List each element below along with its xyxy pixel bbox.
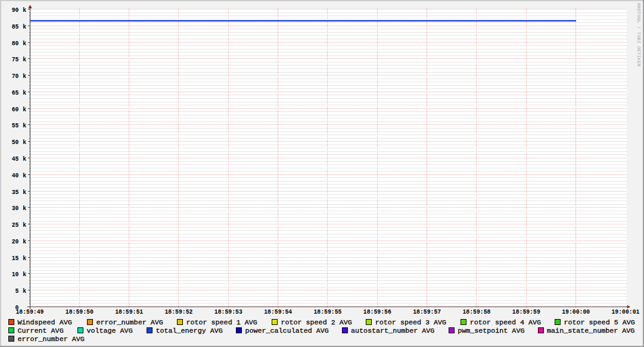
svg-text:18:59:53: 18:59:53 — [214, 308, 242, 315]
svg-text:error_number AVG: error_number AVG — [18, 335, 85, 343]
svg-text:55: 55 — [12, 122, 19, 129]
svg-text:18:59:49: 18:59:49 — [16, 308, 44, 315]
svg-text:15: 15 — [12, 255, 19, 262]
svg-text:k: k — [23, 172, 26, 179]
svg-text:75: 75 — [12, 56, 19, 63]
svg-text:power_calculated AVG: power_calculated AVG — [245, 327, 329, 335]
svg-text:30: 30 — [12, 205, 19, 212]
svg-text:k: k — [23, 287, 26, 295]
svg-text:voltage AVG: voltage AVG — [87, 327, 133, 335]
svg-text:k: k — [23, 255, 26, 262]
svg-text:total_energy AVG: total_energy AVG — [156, 327, 223, 335]
svg-text:19:00:00: 19:00:00 — [562, 308, 590, 315]
svg-text:rotor speed 3 AVG: rotor speed 3 AVG — [375, 318, 446, 327]
svg-text:18:59:50: 18:59:50 — [66, 308, 94, 315]
svg-text:k: k — [23, 23, 26, 30]
svg-text:k: k — [23, 205, 26, 212]
svg-text:18:59:57: 18:59:57 — [413, 308, 441, 315]
svg-text:k: k — [23, 155, 26, 162]
svg-text:rotor speed 5 AVG: rotor speed 5 AVG — [564, 318, 635, 327]
svg-text:80: 80 — [12, 40, 19, 47]
svg-text:error_number AVG: error_number AVG — [97, 318, 163, 327]
svg-text:60: 60 — [12, 106, 19, 113]
svg-text:k: k — [23, 139, 26, 146]
svg-text:90: 90 — [12, 7, 19, 14]
svg-text:rotor speed 4 AVG: rotor speed 4 AVG — [470, 318, 541, 327]
svg-text:5: 5 — [15, 287, 19, 295]
svg-text:k: k — [23, 89, 26, 96]
svg-text:18:59:58: 18:59:58 — [463, 308, 491, 315]
svg-text:65: 65 — [12, 89, 19, 96]
svg-text:RRDTOOL / TOBI OETIKER: RRDTOOL / TOBI OETIKER — [636, 3, 642, 67]
svg-text:18:59:54: 18:59:54 — [264, 308, 292, 315]
svg-text:19:00:01: 19:00:01 — [612, 308, 640, 315]
svg-text:40: 40 — [12, 172, 19, 179]
svg-text:85: 85 — [12, 23, 19, 30]
svg-text:50: 50 — [12, 139, 19, 146]
svg-text:k: k — [23, 238, 26, 245]
svg-text:k: k — [23, 122, 26, 129]
svg-text:k: k — [23, 221, 26, 229]
svg-text:k: k — [23, 271, 26, 278]
svg-text:18:59:59: 18:59:59 — [512, 308, 540, 315]
svg-text:rotor speed 2 AVG: rotor speed 2 AVG — [281, 318, 352, 327]
svg-text:k: k — [23, 40, 26, 47]
svg-text:25: 25 — [12, 221, 19, 229]
svg-text:18:59:52: 18:59:52 — [165, 308, 193, 315]
svg-text:k: k — [23, 106, 26, 113]
svg-text:45: 45 — [12, 155, 19, 162]
svg-text:k: k — [23, 7, 26, 14]
svg-text:18:59:51: 18:59:51 — [115, 308, 143, 315]
svg-text:autostart_number AVG: autostart_number AVG — [351, 327, 434, 335]
svg-text:Windspeed AVG: Windspeed AVG — [18, 318, 72, 327]
svg-text:k: k — [23, 73, 26, 80]
svg-text:10: 10 — [12, 271, 19, 278]
svg-text:Current AVG: Current AVG — [18, 327, 64, 335]
svg-text:18:59:55: 18:59:55 — [314, 308, 342, 315]
svg-text:pwm_setpoint AVG: pwm_setpoint AVG — [458, 327, 524, 335]
svg-text:k: k — [23, 56, 26, 63]
svg-text:20: 20 — [12, 238, 19, 245]
svg-text:main_state_number AVG: main_state_number AVG — [547, 327, 634, 335]
svg-text:18:59:56: 18:59:56 — [363, 308, 391, 315]
svg-text:35: 35 — [12, 189, 19, 196]
svg-text:70: 70 — [12, 73, 19, 80]
svg-text:k: k — [23, 189, 26, 196]
svg-text:rotor speed 1 AVG: rotor speed 1 AVG — [186, 318, 257, 327]
